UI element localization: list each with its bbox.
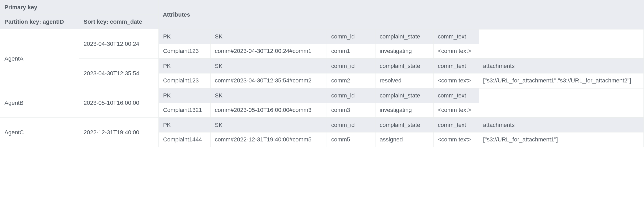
sort-key-header: Sort key: comm_date [79, 15, 158, 29]
complaint-state-value: assigned [375, 132, 433, 147]
sk-value: comm#2023-04-30T12:00:24#comm1 [210, 44, 327, 58]
sk-header: SK [210, 118, 327, 132]
complaint-state-value: investigating [375, 44, 433, 58]
pk-header: PK [159, 88, 210, 103]
complaint-state-header: complaint_state [375, 88, 433, 103]
pk-value: Complaint123 [159, 73, 210, 88]
inner-header-row: PKSKcomm_idcomplaint_statecomm_textattac… [159, 118, 643, 132]
pk-header: PK [159, 118, 210, 132]
table-row: AgentC2022-12-31T19:40:00PKSKcomm_idcomp… [0, 118, 644, 147]
sk-value: comm#2023-05-10T16:00:00#comm3 [210, 103, 327, 117]
comm-date-cell: 2023-05-10T16:00:00 [79, 88, 158, 118]
comm-text-header: comm_text [434, 118, 479, 132]
inner-header-row: PKSKcomm_idcomplaint_statecomm_textattac… [159, 59, 643, 73]
comm-id-value: comm3 [327, 103, 375, 117]
sk-value: comm#2022-12-31T19:40:00#comm5 [210, 132, 327, 147]
attachments-header: attachments [479, 59, 643, 73]
attachments-value: ["s3://URL_for_attachment1"] [479, 132, 643, 147]
comm-text-value: <comm text> [434, 73, 479, 88]
sk-header: SK [210, 59, 327, 73]
comm-id-header: comm_id [327, 88, 375, 103]
inner-table: PKSKcomm_idcomplaint_statecomm_textattac… [159, 59, 644, 88]
pk-header: PK [159, 29, 210, 44]
agent-cell: AgentC [0, 118, 79, 147]
complaint-state-value: investigating [375, 103, 433, 117]
inner-data-row: Complaint123comm#2023-04-30T12:35:54#com… [159, 73, 643, 88]
attachments-header: attachments [479, 118, 643, 132]
sk-value: comm#2023-04-30T12:35:54#comm2 [210, 73, 327, 88]
pk-header: PK [159, 59, 210, 73]
comm-text-header: comm_text [434, 59, 479, 73]
complaint-state-header: complaint_state [375, 59, 433, 73]
dynamodb-table: Primary key Attributes Partition key: ag… [0, 0, 644, 147]
comm-text-header: comm_text [434, 29, 479, 44]
comm-date-cell: 2023-04-30T12:00:24 [79, 29, 158, 59]
sk-header: SK [210, 29, 327, 44]
complaint-state-value: resolved [375, 73, 433, 88]
comm-id-value: comm5 [327, 132, 375, 147]
comm-text-value: <comm text> [434, 132, 479, 147]
inner-header-row: PKSKcomm_idcomplaint_statecomm_text [159, 29, 643, 44]
comm-text-header: comm_text [434, 88, 479, 103]
pk-value: Complaint123 [159, 44, 210, 58]
inner-table: PKSKcomm_idcomplaint_statecomm_textCompl… [159, 88, 644, 117]
header-row-1: Primary key Attributes [0, 0, 644, 15]
table-row: AgentB2023-05-10T16:00:00PKSKcomm_idcomp… [0, 88, 644, 118]
comm-id-value: comm1 [327, 44, 375, 58]
agent-cell: AgentA [0, 29, 79, 88]
agent-cell: AgentB [0, 88, 79, 118]
pk-value: Complaint1444 [159, 132, 210, 147]
attributes-cell: PKSKcomm_idcomplaint_statecomm_textCompl… [158, 29, 644, 59]
inner-header-row: PKSKcomm_idcomplaint_statecomm_text [159, 88, 643, 103]
comm-id-value: comm2 [327, 73, 375, 88]
pk-value: Complaint1321 [159, 103, 210, 117]
attributes-cell: PKSKcomm_idcomplaint_statecomm_textCompl… [158, 88, 644, 118]
table-row: AgentA2023-04-30T12:00:24PKSKcomm_idcomp… [0, 29, 644, 59]
partition-key-header: Partition key: agentID [0, 15, 79, 29]
primary-key-header: Primary key [0, 0, 159, 15]
attributes-cell: PKSKcomm_idcomplaint_statecomm_textattac… [158, 59, 644, 88]
attributes-header: Attributes [158, 0, 644, 29]
comm-date-cell: 2022-12-31T19:40:00 [79, 118, 158, 147]
attributes-cell: PKSKcomm_idcomplaint_statecomm_textattac… [158, 118, 644, 147]
inner-table: PKSKcomm_idcomplaint_statecomm_textattac… [159, 118, 644, 147]
empty-cell [479, 29, 643, 58]
complaint-state-header: complaint_state [375, 118, 433, 132]
inner-table: PKSKcomm_idcomplaint_statecomm_textCompl… [159, 29, 644, 58]
inner-data-row: Complaint1444comm#2022-12-31T19:40:00#co… [159, 132, 643, 147]
complaint-state-header: complaint_state [375, 29, 433, 44]
sk-header: SK [210, 88, 327, 103]
comm-id-header: comm_id [327, 59, 375, 73]
attachments-value: ["s3://URL_for_attachment1","s3://URL_fo… [479, 73, 643, 88]
table-row: 2023-04-30T12:35:54PKSKcomm_idcomplaint_… [0, 59, 644, 88]
comm-text-value: <comm text> [434, 103, 479, 117]
comm-id-header: comm_id [327, 29, 375, 44]
comm-id-header: comm_id [327, 118, 375, 132]
empty-cell [479, 88, 643, 117]
comm-date-cell: 2023-04-30T12:35:54 [79, 59, 158, 88]
comm-text-value: <comm text> [434, 44, 479, 58]
